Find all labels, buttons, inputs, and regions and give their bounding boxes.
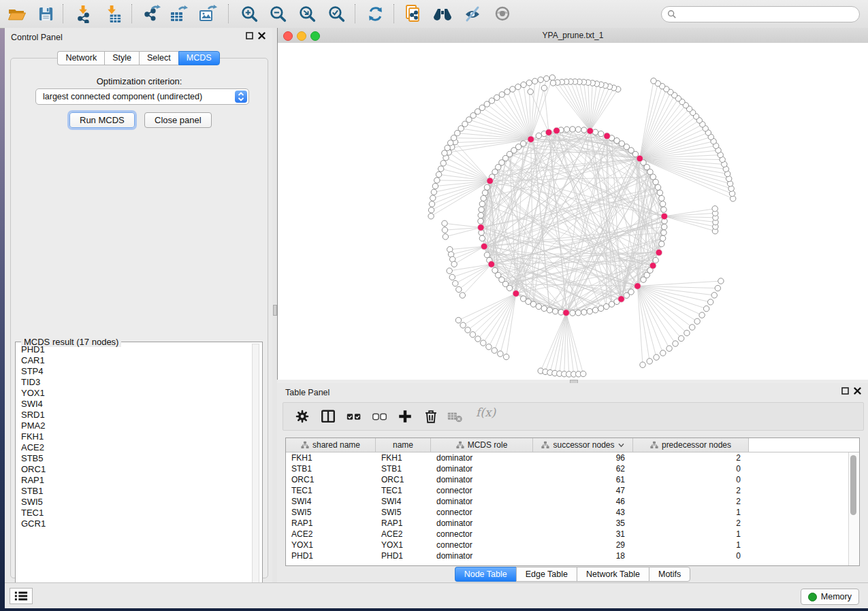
list-icon: [14, 591, 28, 601]
mcds-result-item[interactable]: STB5: [16, 453, 251, 464]
dominator-node[interactable]: [637, 155, 643, 162]
dominator-node[interactable]: [545, 129, 552, 136]
mcds-result-item[interactable]: TEC1: [16, 508, 251, 518]
column-header-MCDS-role[interactable]: MCDS role: [431, 438, 533, 452]
network-graph[interactable]: [278, 43, 868, 379]
dominator-node[interactable]: [563, 310, 570, 316]
delete-rows-button[interactable]: [420, 406, 442, 427]
dominator-node[interactable]: [513, 291, 519, 297]
save-session-button[interactable]: [34, 3, 57, 24]
mcds-result-item[interactable]: ORC1: [16, 464, 251, 475]
zoom-in-button[interactable]: [238, 3, 261, 24]
import-network-button[interactable]: [72, 3, 95, 24]
dominator-node[interactable]: [528, 136, 534, 143]
delete-table-button[interactable]: [445, 406, 466, 427]
table-row[interactable]: RAP1RAP1dominator352: [286, 518, 859, 529]
table-row[interactable]: TEC1TEC1connector472: [286, 485, 859, 496]
memory-button[interactable]: Memory: [801, 589, 859, 605]
node-table[interactable]: shared namenameMCDS rolesuccessor nodesp…: [285, 437, 860, 566]
column-header-successor-nodes[interactable]: successor nodes: [533, 438, 633, 452]
deselect-all-button[interactable]: [369, 406, 391, 427]
tab-motifs[interactable]: Motifs: [649, 567, 690, 582]
first-neighbors-button[interactable]: [431, 3, 454, 24]
add-row-button[interactable]: [394, 406, 416, 427]
mcds-result-item[interactable]: GCR1: [16, 518, 251, 529]
new-network-from-selection-button[interactable]: [402, 3, 425, 24]
close-panel-button[interactable]: Close panel: [144, 112, 212, 128]
float-window-icon[interactable]: [841, 387, 849, 395]
table-row[interactable]: FKH1FKH1dominator962: [286, 452, 859, 463]
mcds-result-item[interactable]: ACE2: [16, 442, 251, 453]
tab-node-table[interactable]: Node Table: [455, 567, 516, 582]
table-row[interactable]: SWI5SWI5connector431: [286, 507, 859, 518]
float-window-icon[interactable]: [246, 32, 253, 39]
export-table-button[interactable]: [167, 3, 190, 24]
close-panel-icon[interactable]: [854, 387, 861, 395]
search-input[interactable]: [677, 7, 859, 21]
mcds-result-item[interactable]: YOX1: [16, 388, 251, 399]
zoom-fit-button[interactable]: [295, 3, 319, 24]
table-settings-button[interactable]: [291, 406, 313, 427]
table-row[interactable]: STB1STB1dominator620: [286, 463, 859, 474]
tab-style[interactable]: Style: [104, 51, 139, 65]
column-header-shared-name[interactable]: shared name: [286, 438, 376, 452]
mcds-result-item[interactable]: SWI4: [16, 399, 251, 410]
table-row[interactable]: ORC1ORC1dominator610: [286, 474, 859, 485]
mcds-result-item[interactable]: FKH1: [16, 431, 251, 442]
network-window-titlebar[interactable]: YPA_prune.txt_1: [278, 28, 868, 44]
table-row[interactable]: PHD1PHD1dominator180: [286, 550, 859, 561]
hide-selected-button[interactable]: [461, 3, 484, 24]
dominator-node[interactable]: [478, 225, 485, 231]
dominator-node[interactable]: [656, 249, 662, 256]
export-image-button[interactable]: [196, 3, 219, 24]
mcds-result-list[interactable]: PHD1CAR1STP4TID3YOX1SWI4SRD1PMA2FKH1ACE2…: [16, 344, 251, 589]
mcds-result-item[interactable]: SWI5: [16, 497, 251, 508]
mcds-result-item[interactable]: PHD1: [16, 344, 251, 355]
mcds-result-item[interactable]: CAR1: [16, 355, 251, 366]
tab-select[interactable]: Select: [139, 51, 178, 65]
dominator-node[interactable]: [488, 261, 495, 268]
mcds-result-item[interactable]: SRD1: [16, 410, 251, 420]
panel-list-button[interactable]: [10, 588, 33, 604]
show-all-button[interactable]: [491, 3, 514, 24]
tab-network-table[interactable]: Network Table: [577, 567, 649, 582]
table-row[interactable]: ACE2ACE2connector311: [286, 529, 859, 540]
column-header-name[interactable]: name: [376, 438, 431, 452]
dominator-node[interactable]: [587, 128, 594, 135]
close-panel-icon[interactable]: [258, 32, 266, 39]
table-row[interactable]: YOX1YOX1connector291: [286, 540, 859, 550]
export-network-button[interactable]: [140, 3, 163, 24]
run-mcds-button[interactable]: Run MCDS: [69, 112, 135, 128]
dominator-node[interactable]: [618, 296, 625, 303]
dominator-node[interactable]: [661, 213, 668, 220]
mcds-list-scrollbar[interactable]: [252, 344, 259, 591]
mcds-result-item[interactable]: RAP1: [16, 475, 251, 486]
select-all-button[interactable]: [343, 406, 365, 427]
network-canvas[interactable]: [278, 43, 868, 379]
criterion-dropdown[interactable]: largest connected component (undirected): [35, 88, 249, 105]
function-builder-button[interactable]: f(x): [476, 406, 496, 419]
mcds-result-item[interactable]: PMA2: [16, 420, 251, 431]
dominator-node[interactable]: [487, 178, 494, 184]
tab-network[interactable]: Network: [57, 51, 104, 65]
mcds-result-item[interactable]: STP4: [16, 366, 251, 377]
column-header-predecessor-nodes[interactable]: predecessor nodes: [633, 438, 749, 452]
dominator-node[interactable]: [634, 283, 641, 290]
table-scrollbar[interactable]: [848, 452, 858, 565]
tab-mcds[interactable]: MCDS: [178, 51, 220, 65]
dominator-node[interactable]: [553, 127, 560, 134]
dominator-node[interactable]: [604, 133, 611, 139]
apply-layout-button[interactable]: [364, 3, 387, 24]
table-row[interactable]: SWI4SWI4dominator462: [286, 496, 859, 507]
import-table-button[interactable]: [101, 3, 125, 24]
zoom-out-button[interactable]: [266, 3, 289, 24]
dominator-node[interactable]: [649, 263, 656, 269]
mcds-result-item[interactable]: STB1: [16, 486, 251, 497]
show-columns-button[interactable]: [317, 406, 339, 427]
tab-edge-table[interactable]: Edge Table: [516, 567, 577, 582]
scrollbar-thumb[interactable]: [850, 455, 856, 515]
dominator-node[interactable]: [481, 243, 487, 250]
mcds-result-item[interactable]: TID3: [16, 377, 251, 388]
zoom-selected-button[interactable]: [325, 3, 348, 24]
open-file-button[interactable]: [5, 3, 29, 24]
